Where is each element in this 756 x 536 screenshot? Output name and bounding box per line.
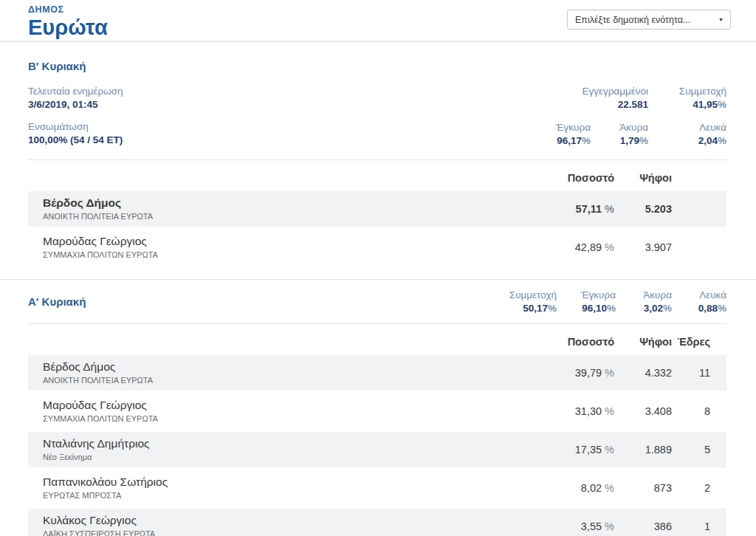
- votes-cell: 386: [614, 520, 672, 532]
- valid-label: Έγκυρα: [571, 289, 616, 302]
- table-row: Νταλιάνης Δημήτριος Νέο Ξεκίνημα 17,35% …: [28, 432, 726, 467]
- percent-sign: %: [605, 203, 614, 215]
- round-b-stats-row-2: Έγκυρα 96,17% Άκυρα 1,79% Λευκά 2,04%: [542, 121, 726, 148]
- candidate-party: ΛΑΪΚΗ ΣΥΣΠΕΙΡΩΣΗ ΕΥΡΩΤΑ: [43, 529, 533, 536]
- last-update-label: Τελευταία ενημέρωση: [28, 85, 123, 98]
- percent-sign: %: [582, 135, 591, 146]
- percent-cell: 3,55%: [533, 520, 614, 532]
- round-b-stats: Τελευταία ενημέρωση 3/6/2019, 01:45 Ενσω…: [28, 85, 726, 160]
- round-b-title: Β' Κυριακή: [28, 60, 726, 72]
- valid-label: Έγκυρα: [542, 121, 591, 134]
- valid-value: 96,10%: [571, 302, 616, 315]
- votes-cell: 3.907: [614, 241, 672, 253]
- candidate-party: ΣΥΜΜΑΧΙΑ ΠΟΛΙΤΩΝ ΕΥΡΩΤΑ: [43, 250, 533, 261]
- percent-sign: %: [718, 99, 726, 110]
- seats-cell: 11: [672, 367, 710, 379]
- round-a-band: Α' Κυριακή Συμμετοχή 50,17% Έγκυρα 96,10…: [28, 280, 726, 324]
- invalid-label: Άκυρα: [610, 121, 648, 134]
- candidate-cell: Μαρούδας Γεώργιος ΣΥΜΜΑΧΙΑ ΠΟΛΙΤΩΝ ΕΥΡΩΤ…: [28, 234, 533, 261]
- candidate-party: ΑΝΟΙΚΤΗ ΠΟΛΙΤΕΙΑ ΕΥΡΩΤΑ: [43, 375, 533, 386]
- column-header-percent: Ποσοστό: [533, 172, 614, 184]
- percent-sign: %: [607, 303, 616, 314]
- integration-value: 100,00% (54 / 54 ΕΤ): [28, 134, 123, 147]
- round-b-table-header: Ποσοστό Ψήφοι: [28, 171, 726, 185]
- last-update: Τελευταία ενημέρωση 3/6/2019, 01:45: [28, 85, 123, 111]
- percent-cell: 17,35%: [533, 444, 614, 456]
- chevron-down-icon: ▼: [718, 17, 724, 22]
- percent-sign: %: [718, 303, 726, 314]
- last-update-value: 3/6/2019, 01:45: [28, 98, 123, 111]
- invalid-stat: Άκυρα 1,79%: [610, 121, 648, 148]
- column-header-seats: Έδρες: [672, 336, 710, 348]
- election-results-page: ΔΗΜΟΣ Ευρώτα Επιλέξτε δημοτική ενότητα..…: [0, 0, 756, 536]
- percent-sign: %: [605, 405, 614, 417]
- round-a-table-header: Ποσοστό Ψήφοι Έδρες: [28, 335, 726, 348]
- percent-sign: %: [605, 241, 614, 253]
- candidate-cell: Νταλιάνης Δημήτριος Νέο Ξεκίνημα: [28, 436, 533, 463]
- candidate-name: Νταλιάνης Δημήτριος: [43, 436, 533, 451]
- candidate-party: ΣΥΜΜΑΧΙΑ ΠΟΛΙΤΩΝ ΕΥΡΩΤΑ: [43, 413, 533, 425]
- candidate-party: ΑΝΟΙΚΤΗ ΠΟΛΙΤΕΙΑ ΕΥΡΩΤΑ: [43, 211, 533, 222]
- candidate-name: Βέρδος Δήμος: [43, 360, 533, 374]
- votes-cell: 1.889: [614, 444, 672, 456]
- votes-cell: 3.408: [614, 405, 672, 417]
- round-b-right-stats: Εγγεγραμμένοι 22.581 Συμμετοχή 41,95% Έγ…: [542, 85, 726, 148]
- percent-sign: %: [605, 482, 614, 494]
- registered-value: 22.581: [574, 98, 648, 111]
- municipal-unit-select-value: Επιλέξτε δημοτική ενότητα...: [575, 15, 690, 25]
- turnout-stat: Συμμετοχή 50,17%: [499, 289, 557, 315]
- invalid-stat: Άκυρα 3,02%: [630, 289, 672, 315]
- percent-sign: %: [639, 135, 648, 146]
- blank-value: 2,04%: [667, 134, 726, 148]
- page-header: ΔΗΜΟΣ Ευρώτα Επιλέξτε δημοτική ενότητα..…: [0, 0, 756, 42]
- percent-sign: %: [718, 135, 726, 146]
- round-a-section: Α' Κυριακή Συμμετοχή 50,17% Έγκυρα 96,10…: [0, 279, 756, 536]
- candidate-cell: Βέρδος Δήμος ΑΝΟΙΚΤΗ ΠΟΛΙΤΕΙΑ ΕΥΡΩΤΑ: [28, 360, 533, 386]
- municipal-unit-select[interactable]: Επιλέξτε δημοτική ενότητα... ▼: [567, 10, 731, 30]
- table-row: Βέρδος Δήμος ΑΝΟΙΚΤΗ ΠΟΛΙΤΕΙΑ ΕΥΡΩΤΑ 57,…: [28, 191, 726, 227]
- blank-value: 0,88%: [687, 302, 726, 315]
- percent-sign: %: [605, 444, 614, 456]
- table-row: Μαρούδας Γεώργιος ΣΥΜΜΑΧΙΑ ΠΟΛΙΤΩΝ ΕΥΡΩΤ…: [28, 230, 726, 265]
- registered-stat: Εγγεγραμμένοι 22.581: [574, 85, 648, 111]
- seats-cell: 5: [672, 444, 710, 456]
- votes-cell: 5.203: [614, 203, 672, 215]
- invalid-label: Άκυρα: [630, 289, 672, 302]
- round-b-left-stats: Τελευταία ενημέρωση 3/6/2019, 01:45 Ενσω…: [28, 85, 123, 147]
- turnout-stat: Συμμετοχή 41,95%: [667, 85, 726, 111]
- turnout-value: 50,17%: [499, 302, 557, 315]
- table-row: Κυλάκος Γεώργιος ΛΑΪΚΗ ΣΥΣΠΕΙΡΩΣΗ ΕΥΡΩΤΑ…: [28, 509, 726, 536]
- candidate-name: Κυλάκος Γεώργιος: [43, 513, 533, 528]
- integration: Ενσωμάτωση 100,00% (54 / 54 ΕΤ): [28, 120, 123, 147]
- blank-stat: Λευκά 2,04%: [667, 121, 726, 148]
- round-a-stats: Συμμετοχή 50,17% Έγκυρα 96,10% Άκυρα 3,0…: [499, 289, 726, 315]
- percent-sign: %: [663, 303, 672, 314]
- candidate-name: Μαρούδας Γεώργιος: [43, 234, 533, 249]
- valid-value: 96,17%: [542, 134, 591, 148]
- turnout-value: 41,95%: [667, 98, 726, 111]
- integration-label: Ενσωμάτωση: [28, 120, 123, 134]
- candidate-cell: Κυλάκος Γεώργιος ΛΑΪΚΗ ΣΥΣΠΕΙΡΩΣΗ ΕΥΡΩΤΑ: [28, 513, 533, 536]
- percent-cell: 42,89%: [533, 241, 614, 253]
- candidate-name: Μαρούδας Γεώργιος: [43, 398, 533, 413]
- candidate-name: Βέρδος Δήμος: [43, 196, 533, 210]
- table-row: Βέρδος Δήμος ΑΝΟΙΚΤΗ ΠΟΛΙΤΕΙΑ ΕΥΡΩΤΑ 39,…: [28, 355, 726, 391]
- candidate-party: ΕΥΡΩΤΑΣ ΜΠΡΟΣΤΑ: [43, 490, 533, 501]
- percent-cell: 31,30%: [533, 405, 614, 417]
- table-row: Μαρούδας Γεώργιος ΣΥΜΜΑΧΙΑ ΠΟΛΙΤΩΝ ΕΥΡΩΤ…: [28, 394, 726, 429]
- percent-sign: %: [605, 520, 614, 532]
- valid-stat: Έγκυρα 96,17%: [542, 121, 591, 148]
- round-b-section: Β' Κυριακή Τελευταία ενημέρωση 3/6/2019,…: [0, 60, 756, 279]
- round-a-title: Α' Κυριακή: [28, 289, 86, 308]
- invalid-value: 1,79%: [610, 134, 648, 148]
- candidate-party: Νέο Ξεκίνημα: [43, 452, 533, 463]
- blank-label: Λευκά: [687, 289, 726, 302]
- candidate-cell: Μαρούδας Γεώργιος ΣΥΜΜΑΧΙΑ ΠΟΛΙΤΩΝ ΕΥΡΩΤ…: [28, 398, 533, 425]
- turnout-label: Συμμετοχή: [499, 289, 557, 302]
- column-header-percent: Ποσοστό: [533, 336, 614, 348]
- percent-sign: %: [605, 367, 614, 379]
- votes-cell: 4.332: [614, 367, 672, 379]
- valid-stat: Έγκυρα 96,10%: [571, 289, 616, 315]
- candidate-cell: Παπανικολάου Σωτήριος ΕΥΡΩΤΑΣ ΜΠΡΟΣΤΑ: [28, 475, 533, 501]
- table-row: Παπανικολάου Σωτήριος ΕΥΡΩΤΑΣ ΜΠΡΟΣΤΑ 8,…: [28, 470, 726, 506]
